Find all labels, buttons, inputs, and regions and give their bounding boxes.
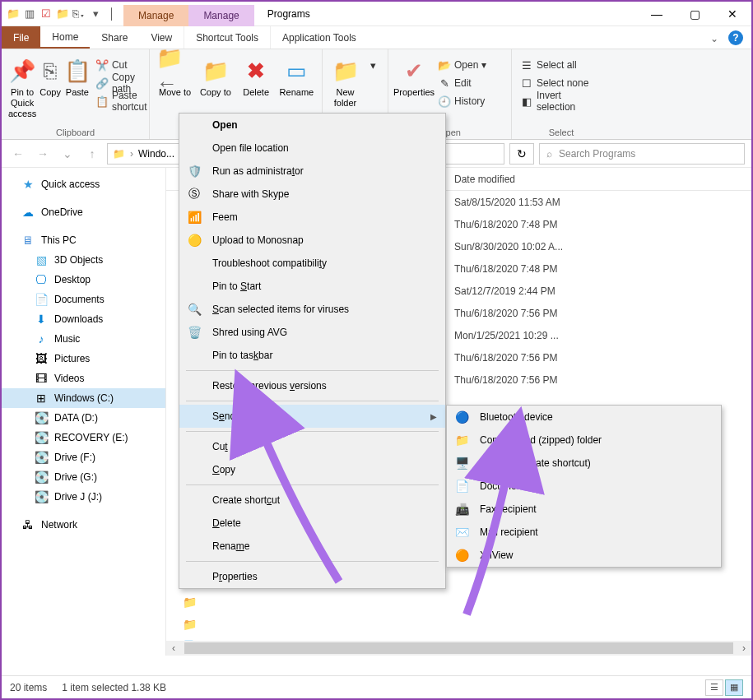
nav-onedrive[interactable]: ☁OneDrive [2,202,165,222]
properties-button[interactable]: ✔Properties [393,53,435,110]
tab-home[interactable]: Home [40,26,90,49]
nav-drive-f[interactable]: 💽Drive (F:) [2,447,165,467]
up-button[interactable]: ↑ [82,144,102,164]
refresh-button[interactable]: ↻ [509,143,534,165]
status-count: 20 items [10,682,47,693]
ribbon-tabs: File Home Share View Shortcut Tools Appl… [2,26,751,49]
tab-shortcut-tools[interactable]: Shortcut Tools [184,26,270,49]
nav-network[interactable]: 🖧Network [2,515,165,535]
copy-button[interactable]: ⎘Copy [38,53,63,122]
context-tab-shortcut[interactable]: Manage [123,5,188,26]
menu-item[interactable]: Rename [179,535,445,558]
pin-button[interactable]: 📌Pin to Quick access [7,53,38,122]
menu-item[interactable]: Cut [179,435,445,458]
invert-selection-button[interactable]: ◧Invert selection [517,92,606,110]
tab-file[interactable]: File [2,26,40,49]
nav-drive-g[interactable]: 💽Drive (G:) [2,467,165,487]
new-folder-button[interactable]: 📁New folder [328,53,363,110]
menu-item[interactable]: 🖥️Desktop (create shortcut) [447,452,721,475]
menu-item[interactable]: 📄Documents [447,475,721,498]
menu-item[interactable]: 📶Feem [179,206,445,229]
nav-drive-j[interactable]: 💽Drive J (J:) [2,487,165,507]
folder-icon: 📁 [7,7,20,21]
menu-item[interactable]: 🟡Upload to Monosnap [179,229,445,252]
forward-button[interactable]: → [33,144,53,164]
nav-this-pc[interactable]: 🖥This PC [2,230,165,250]
file-row[interactable]: 📁 [166,591,751,613]
file-row[interactable]: 📁 [166,613,751,635]
maximize-button[interactable]: ▢ [676,2,713,25]
search-box[interactable]: ⌕ Search Programs [539,143,745,165]
breadcrumb[interactable]: Windo... [138,148,174,160]
menu-label: Mail recipient [480,526,538,538]
menu-item[interactable]: 🗑️Shred using AVG [179,321,445,344]
select-all-button[interactable]: ☰Select all [517,56,606,74]
menu-item[interactable]: Pin to taskbar [179,344,445,367]
nav-data-d[interactable]: 💽DATA (D:) [2,408,165,428]
menu-item[interactable]: Properties [179,565,445,588]
menu-item[interactable]: Copy [179,458,445,481]
menu-item[interactable]: 📠Fax recipient [447,498,721,521]
menu-item[interactable]: 📁Compressed (zipped) folder [447,429,721,452]
move-button[interactable]: 📁←Move to [155,53,195,100]
menu-item[interactable]: Send to▶ [179,405,445,428]
help-icon[interactable]: ? [728,30,743,45]
view-details-button[interactable]: ☰ [705,679,723,696]
nav-desktop[interactable]: 🖵Desktop [2,270,165,290]
nav-pictures[interactable]: 🖼Pictures [2,349,165,369]
menu-item[interactable]: Pin to Start [179,275,445,298]
h-scrollbar[interactable]: ‹ › [166,641,751,656]
history-button[interactable]: 🕘History [435,92,490,110]
edit-button[interactable]: ✎Edit [435,74,490,92]
ribbon-expand-icon[interactable]: ⌄ [710,33,718,44]
new-item-button[interactable]: ▾ [363,56,383,74]
view-large-button[interactable]: ▦ [725,679,743,696]
nav-quick-access[interactable]: ★Quick access [2,174,165,194]
col-date[interactable]: Date modified [454,174,515,185]
minimize-button[interactable]: — [638,2,676,25]
menu-item[interactable]: Restore previous versions [179,374,445,397]
back-button[interactable]: ← [8,144,28,164]
nav-documents[interactable]: 📄Documents [2,290,165,309]
nav-videos[interactable]: 🎞Videos [2,369,165,388]
nav-windows-c[interactable]: ⊞Windows (C:) [2,388,165,408]
scroll-left-icon[interactable]: ‹ [166,642,181,654]
menu-item[interactable]: ✉️Mail recipient [447,521,721,544]
menu-label: Create shortcut [212,494,280,506]
qat-item[interactable]: ▥ [23,7,36,21]
nav-downloads[interactable]: ⬇Downloads [2,309,165,329]
menu-item[interactable]: Delete [179,512,445,535]
close-button[interactable]: ✕ [713,2,751,25]
tab-app-tools[interactable]: Application Tools [270,26,368,49]
tab-view[interactable]: View [139,26,184,49]
open-button[interactable]: 📂Open ▾ [435,56,490,74]
menu-item[interactable]: 🛡️Run as administrator [179,160,445,183]
menu-item[interactable]: ⓈShare with Skype [179,183,445,206]
menu-item[interactable]: Open [179,114,445,137]
qat-item[interactable]: ⎘▾ [72,7,86,21]
delete-button[interactable]: ✖Delete [236,53,277,100]
menu-item[interactable]: Create shortcut [179,489,445,512]
rename-button[interactable]: ▭Rename [277,53,317,100]
recent-button[interactable]: ⌄ [58,144,77,164]
qat-item[interactable]: ☑ [40,7,53,21]
paste-button[interactable]: 📋Paste [63,53,92,122]
paste-shortcut-button[interactable]: 📋Paste shortcut [92,92,151,110]
copy-to-button[interactable]: 📁Copy to [195,53,235,100]
context-tab-app[interactable]: Manage [188,5,253,26]
menu-item[interactable]: Troubleshoot compatibility [179,252,445,275]
scroll-thumb[interactable] [184,642,733,654]
qat-customize[interactable]: ▾ [89,7,102,21]
scroll-right-icon[interactable]: › [737,642,751,654]
menu-item[interactable]: 🔵Bluetooth device [447,406,721,429]
nav-3d-objects[interactable]: ▧3D Objects [2,250,165,270]
menu-item[interactable]: 🔍Scan selected items for viruses [179,298,445,321]
menu-item[interactable]: 🟠XnView [447,544,721,567]
nav-music[interactable]: ♪Music [2,329,165,349]
tab-share[interactable]: Share [90,26,139,49]
menu-label: Run as administrator [212,165,304,177]
nav-recovery-e[interactable]: 💽RECOVERY (E:) [2,428,165,447]
menu-label: Feem [212,211,238,223]
qat-item[interactable]: 📁 [56,7,69,21]
menu-item[interactable]: Open file location [179,137,445,160]
